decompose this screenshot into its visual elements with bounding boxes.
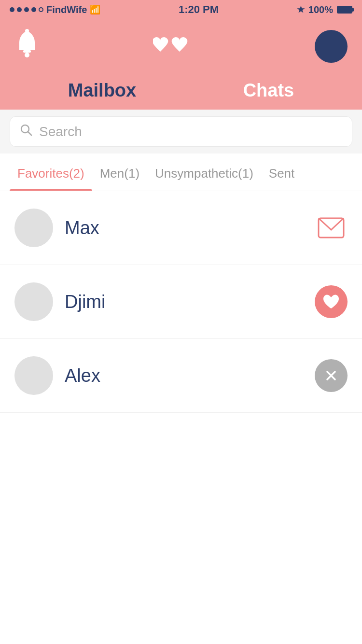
tab-chats[interactable]: Chats	[229, 73, 309, 110]
filter-tabs: Favorites(2) Men(1) Unsympathetic(1) Sen…	[0, 154, 362, 191]
header-icons	[14, 29, 348, 73]
contact-name-alex: Alex	[65, 365, 100, 386]
battery-percent: 100%	[308, 4, 333, 15]
avatar-djimi	[14, 282, 53, 321]
wifi-icon: 📶	[90, 4, 100, 15]
filter-tab-sent[interactable]: Sent	[261, 154, 303, 191]
filter-tab-unsympathetic[interactable]: Unsympathetic(1)	[147, 154, 261, 191]
action-close-alex[interactable]	[315, 359, 348, 392]
filter-tab-favorites[interactable]: Favorites(2)	[10, 154, 92, 191]
logo-hearts	[153, 31, 201, 62]
svg-rect-2	[25, 29, 29, 33]
bluetooth-icon: ★	[297, 4, 305, 15]
action-heart-djimi[interactable]	[315, 285, 348, 318]
search-placeholder: Search	[39, 124, 82, 140]
action-mail-max[interactable]	[315, 211, 348, 244]
contact-item-max[interactable]: Max	[0, 191, 362, 265]
battery-icon	[337, 6, 352, 14]
avatar-alex	[14, 356, 53, 395]
search-bar[interactable]: Search	[10, 116, 352, 147]
filter-tab-men[interactable]: Men(1)	[92, 154, 147, 191]
carrier-name: FindWife	[46, 4, 87, 15]
contact-name-max: Max	[65, 218, 99, 238]
svg-point-1	[25, 53, 29, 57]
contact-left-alex: Alex	[14, 356, 100, 395]
app-header: Mailbox Chats	[0, 19, 362, 110]
contact-item-djimi[interactable]: Djimi	[0, 265, 362, 339]
contact-left-max: Max	[14, 209, 99, 247]
profile-avatar[interactable]	[315, 30, 348, 63]
status-left: FindWife 📶	[10, 4, 100, 15]
search-bar-container: Search	[0, 110, 362, 154]
contact-item-alex[interactable]: Alex	[0, 339, 362, 413]
dot-4	[31, 7, 36, 12]
status-right: ★ 100%	[297, 4, 352, 15]
dot-1	[10, 7, 14, 12]
contacts-list: Max Djimi Alex	[0, 191, 362, 413]
battery-fill	[338, 7, 351, 13]
svg-line-4	[28, 132, 31, 135]
contact-name-djimi: Djimi	[65, 292, 105, 312]
status-bar: FindWife 📶 1:20 PM ★ 100%	[0, 0, 362, 19]
status-time: 1:20 PM	[179, 3, 219, 16]
signal-dots	[10, 7, 43, 12]
dot-5	[39, 7, 43, 12]
nav-tabs: Mailbox Chats	[14, 73, 348, 110]
avatar-max	[14, 209, 53, 247]
bell-icon[interactable]	[14, 29, 40, 64]
contact-left-djimi: Djimi	[14, 282, 105, 321]
search-icon	[20, 124, 32, 140]
dot-3	[24, 7, 29, 12]
dot-2	[17, 7, 22, 12]
tab-mailbox[interactable]: Mailbox	[54, 73, 151, 110]
svg-rect-0	[23, 50, 31, 53]
